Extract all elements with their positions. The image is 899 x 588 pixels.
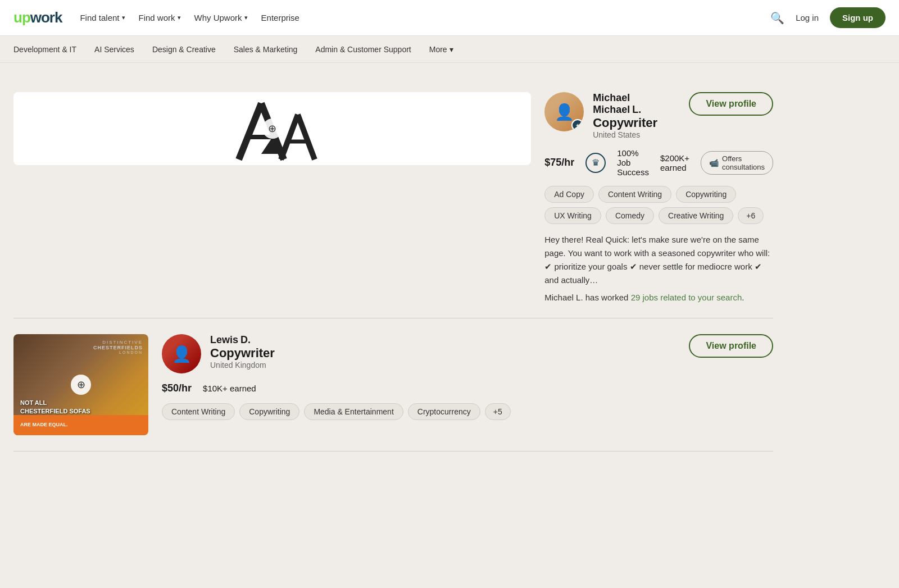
portfolio-image-michael[interactable]: ⊕ (13, 92, 531, 165)
main-content: ⊕ 👤 ★ Michael Michael L. (0, 63, 787, 465)
job-success-michael: 100% Job Success (617, 148, 649, 177)
description-michael: Hey there! Real Quick: let's make sure w… (544, 233, 773, 287)
tag-copywriting-lewis[interactable]: Copywriting (239, 403, 299, 420)
nav-find-talent[interactable]: Find talent ▾ (80, 13, 125, 22)
freelancer-location-lewis: United Kingdom (210, 361, 680, 370)
tags-lewis: Content Writing Copywriting Media & Ente… (162, 403, 773, 420)
freelancer-title-lewis: Copywriter (210, 346, 680, 361)
earned-michael: $200K+ earned (660, 153, 689, 172)
freelancer-details-lewis: Lewis D. Copywriter United Kingdom (210, 334, 680, 370)
tag-ux-writing[interactable]: UX Writing (544, 207, 601, 224)
card-stats-michael: $75/hr ♛ 100% Job Success $200K+ earned … (544, 148, 773, 177)
upwork-logo[interactable]: upwork (13, 9, 62, 26)
hourly-rate-lewis: $50/hr (162, 382, 192, 394)
nav-actions: 🔍 Log in Sign up (770, 7, 886, 28)
jobs-related-michael: Michael L. has worked 29 jobs related to… (544, 293, 773, 302)
freelancer-first-name: Michael (593, 104, 630, 116)
card-header-lewis: 👤 Lewis D. Copywriter United Kingdom Vie… (162, 334, 773, 373)
card-stats-lewis: $50/hr $10K+ earned (162, 382, 773, 394)
tag-comedy[interactable]: Comedy (606, 207, 654, 224)
consultation-badge-michael: 📹 Offers consultations (701, 151, 773, 175)
svg-line-4 (298, 115, 315, 159)
freelancer-first-name-lewis: Lewis (210, 334, 238, 346)
top-navigation: upwork Find talent ▾ Find work ▾ Why Upw… (0, 0, 899, 36)
tags-michael: Ad Copy Content Writing Copywriting UX W… (544, 186, 773, 224)
category-admin[interactable]: Admin & Customer Support (315, 45, 411, 54)
zoom-icon-lewis: ⊕ (71, 375, 91, 395)
freelancer-location-michael: United States (593, 130, 680, 139)
earned-lewis: $10K+ earned (203, 384, 256, 393)
tag-more-michael[interactable]: +6 (738, 207, 764, 224)
top-rated-badge-icon: ★ (571, 119, 584, 131)
freelancer-details-michael: Michael Michael L. Copywriter United Sta… (593, 92, 680, 139)
freelancer-name-michael: Michael (593, 92, 680, 104)
category-navigation: Development & IT AI Services Design & Cr… (0, 36, 899, 63)
tag-ad-copy[interactable]: Ad Copy (544, 186, 594, 203)
tag-content-writing-lewis[interactable]: Content Writing (162, 403, 235, 420)
freelancer-title-michael: Copywriter (593, 116, 680, 130)
category-sales[interactable]: Sales & Marketing (234, 45, 298, 54)
category-design[interactable]: Design & Creative (152, 45, 216, 54)
star-icon: ★ (575, 122, 580, 129)
consultation-label: Offers consultations (722, 154, 765, 171)
tag-media-entertainment[interactable]: Media & Entertainment (304, 403, 403, 420)
chevron-down-icon: ▾ (178, 14, 181, 21)
search-button[interactable]: 🔍 (770, 11, 784, 25)
card-info-michael: 👤 ★ Michael Michael L. Copywriter United… (544, 92, 773, 302)
tag-creative-writing[interactable]: Creative Writing (659, 207, 733, 224)
portfolio-image-lewis[interactable]: DISTINCTIVE CHESTERFIELDS LONDON NOT ALL… (13, 334, 148, 435)
card-header-michael: 👤 ★ Michael Michael L. Copywriter United… (544, 92, 773, 139)
tag-more-lewis[interactable]: +5 (485, 403, 511, 420)
view-profile-button-michael[interactable]: View profile (689, 92, 773, 116)
freelancer-last-name-lewis: D. (240, 334, 251, 346)
avatar-lewis: 👤 (162, 334, 201, 373)
category-more[interactable]: More ▾ (429, 45, 453, 54)
freelancer-card-michael: ⊕ 👤 ★ Michael Michael L. (13, 76, 773, 318)
category-ai[interactable]: AI Services (94, 45, 134, 54)
nav-find-work[interactable]: Find work ▾ (139, 13, 181, 22)
freelancer-last-name: L. (632, 104, 641, 116)
login-button[interactable]: Log in (796, 13, 819, 22)
svg-line-3 (281, 115, 298, 159)
signup-button[interactable]: Sign up (830, 7, 886, 28)
chevron-down-icon: ▾ (450, 45, 453, 54)
jobs-related-link[interactable]: 29 jobs related to your search (631, 293, 742, 302)
hourly-rate-michael: $75/hr (544, 157, 574, 168)
chevron-down-icon: ▾ (244, 14, 248, 21)
nav-links: Find talent ▾ Find work ▾ Why Upwork ▾ E… (80, 13, 752, 22)
card-info-lewis: 👤 Lewis D. Copywriter United Kingdom Vie… (162, 334, 773, 429)
nav-enterprise[interactable]: Enterprise (261, 13, 299, 22)
video-icon: 📹 (709, 158, 719, 167)
tag-copywriting[interactable]: Copywriting (676, 186, 736, 203)
freelancer-card-lewis: DISTINCTIVE CHESTERFIELDS LONDON NOT ALL… (13, 318, 773, 452)
svg-line-0 (239, 103, 261, 159)
crown-icon: ♛ (592, 157, 600, 168)
tag-content-writing[interactable]: Content Writing (598, 186, 671, 203)
zoom-icon: ⊕ (262, 118, 283, 139)
top-rated-crown: ♛ (585, 153, 606, 173)
category-dev-it[interactable]: Development & IT (13, 45, 76, 54)
avatar-michael: 👤 ★ (544, 92, 584, 131)
tag-cryptocurrency[interactable]: Cryptocurrency (408, 403, 480, 420)
nav-why-upwork[interactable]: Why Upwork ▾ (194, 13, 248, 22)
chevron-down-icon: ▾ (122, 14, 125, 21)
view-profile-button-lewis[interactable]: View profile (689, 334, 773, 358)
